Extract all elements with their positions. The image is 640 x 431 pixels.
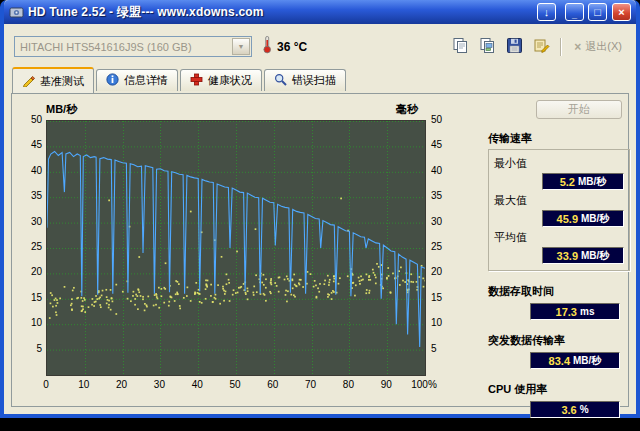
y-axis-right-tick: 25: [431, 241, 459, 252]
hdtune-window: HD Tune 2.52 - 绿盟--- www.xdowns.com ↓ _ …: [0, 0, 640, 418]
max-rate-unit: MB/秒: [581, 212, 609, 226]
copy-icon: [452, 37, 469, 57]
info-icon: [106, 73, 119, 88]
max-rate-label: 最大值: [494, 193, 624, 208]
min-rate-value: 5.2: [560, 176, 575, 188]
y-axis-left-tick: 40: [18, 165, 42, 176]
tab-error-scan-label: 错误扫描: [292, 73, 336, 88]
tab-bar: 基准测试 信息详情 健康状况: [4, 67, 636, 93]
exit-x-icon: ×: [574, 40, 581, 54]
cpu-usage-value-box: 3.6 %: [530, 401, 620, 418]
maximize-button[interactable]: □: [588, 3, 607, 21]
tab-info-label: 信息详情: [124, 73, 168, 88]
results-sidebar: 开始 传输速率 最小值 5.2 MB/秒 最大值 45.9 MB/秒: [478, 98, 634, 402]
temperature-readout: 36 °C: [261, 35, 307, 58]
access-time-value-box: 17.3 ms: [530, 303, 620, 320]
y-axis-right-tick: 10: [431, 317, 459, 328]
max-rate-row: 最大值 45.9 MB/秒: [494, 193, 624, 227]
minimize-button[interactable]: _: [565, 3, 584, 21]
x-axis-tick: 20: [116, 379, 127, 390]
benchmark-icon: [22, 74, 35, 89]
burst-rate-stat: 突发数据传输率 83.4 MB/秒: [488, 330, 630, 369]
right-axis-label: 毫秒: [396, 102, 418, 117]
y-axis-left-tick: 5: [18, 343, 42, 354]
access-time-stat: 数据存取时间 17.3 ms: [488, 281, 630, 320]
access-time-unit: ms: [580, 306, 594, 317]
x-axis-tick: 0: [43, 379, 49, 390]
x-axis-tick: 30: [154, 379, 165, 390]
y-axis-right-tick: 30: [431, 216, 459, 227]
tab-info[interactable]: 信息详情: [96, 69, 178, 91]
x-axis-tick: 90: [381, 379, 392, 390]
max-rate-value: 45.9: [557, 213, 578, 225]
y-axis-left-tick: 20: [18, 266, 42, 277]
app-icon: [9, 5, 24, 20]
y-axis-left-tick: 30: [18, 216, 42, 227]
toolbar-actions: × 退出(X): [449, 37, 626, 57]
y-axis-left-tick: 35: [18, 190, 42, 201]
thermometer-icon: [261, 35, 273, 58]
scan-icon: [274, 73, 287, 88]
cpu-usage-unit: %: [580, 404, 589, 415]
avg-rate-value: 33.9: [557, 250, 578, 262]
y-axis-left-tick: 50: [18, 114, 42, 125]
burst-rate-value: 83.4: [549, 355, 570, 367]
drive-select-value: HITACHI HTS541616J9S (160 GB): [15, 41, 232, 53]
max-rate-value-box: 45.9 MB/秒: [542, 210, 624, 227]
tab-health-label: 健康状况: [208, 73, 252, 88]
benchmark-panel: MB/秒 毫秒 50504545404035353030252520201515…: [11, 93, 629, 407]
close-button[interactable]: ×: [612, 3, 631, 21]
y-axis-left-tick: 15: [18, 292, 42, 303]
temperature-value: 36 °C: [277, 40, 307, 54]
x-axis-tick: 10: [78, 379, 89, 390]
avg-rate-row: 平均值 33.9 MB/秒: [494, 230, 624, 264]
left-axis-label: MB/秒: [46, 102, 77, 117]
tab-error-scan[interactable]: 错误扫描: [264, 69, 346, 91]
tab-benchmark[interactable]: 基准测试: [12, 67, 94, 93]
copy-text-button[interactable]: [449, 37, 471, 57]
drive-select[interactable]: HITACHI HTS541616J9S (160 GB) ▼: [14, 36, 252, 57]
toolbar: HITACHI HTS541616J9S (160 GB) ▼ 36 °C: [4, 24, 636, 64]
window-title: HD Tune 2.52 - 绿盟--- www.xdowns.com: [28, 4, 533, 21]
burst-rate-label: 突发数据传输率: [488, 334, 565, 346]
desktop-background: [0, 418, 640, 431]
y-axis-right-tick: 20: [431, 266, 459, 277]
exit-button[interactable]: × 退出(X): [570, 39, 626, 54]
benchmark-chart: MB/秒 毫秒 50504545404035353030252520201515…: [16, 98, 478, 402]
x-axis-tick: 70: [305, 379, 316, 390]
x-axis-tick: 50: [229, 379, 240, 390]
tab-health[interactable]: 健康状况: [180, 69, 262, 91]
copy-image-button[interactable]: [476, 37, 498, 57]
plot-area: [46, 120, 426, 376]
avg-rate-value-box: 33.9 MB/秒: [542, 247, 624, 264]
y-axis-right-tick: 40: [431, 165, 459, 176]
y-axis-right-tick: 5: [431, 343, 459, 354]
min-rate-unit: MB/秒: [578, 175, 606, 189]
y-axis-left-tick: 25: [18, 241, 42, 252]
avg-rate-unit: MB/秒: [581, 249, 609, 263]
titlebar[interactable]: HD Tune 2.52 - 绿盟--- www.xdowns.com ↓ _ …: [4, 0, 636, 24]
y-axis-right-tick: 15: [431, 292, 459, 303]
toolbar-separator: [560, 38, 562, 56]
x-axis-tick: 100%: [411, 379, 437, 390]
x-axis-tick: 60: [267, 379, 278, 390]
x-axis-tick: 40: [192, 379, 203, 390]
export-button[interactable]: [530, 37, 552, 57]
start-button[interactable]: 开始: [536, 100, 622, 119]
cpu-usage-value: 3.6: [561, 404, 576, 416]
copy-image-icon: [479, 37, 496, 57]
transfer-rate-groupbox: 最小值 5.2 MB/秒 最大值 45.9 MB/秒 平均值: [488, 149, 630, 271]
y-axis-right-tick: 35: [431, 190, 459, 201]
save-button[interactable]: [503, 37, 525, 57]
download-button[interactable]: ↓: [537, 3, 556, 21]
y-axis-right-tick: 50: [431, 114, 459, 125]
cpu-usage-label: CPU 使用率: [488, 383, 547, 395]
burst-rate-value-box: 83.4 MB/秒: [530, 352, 620, 369]
transfer-rate-group-title: 传输速率: [488, 131, 630, 146]
y-axis-right-tick: 45: [431, 139, 459, 150]
y-axis-left-tick: 45: [18, 139, 42, 150]
exit-label: 退出(X): [585, 39, 622, 54]
export-icon: [533, 37, 550, 57]
access-time-label: 数据存取时间: [488, 285, 554, 297]
cpu-usage-stat: CPU 使用率 3.6 %: [488, 379, 630, 418]
